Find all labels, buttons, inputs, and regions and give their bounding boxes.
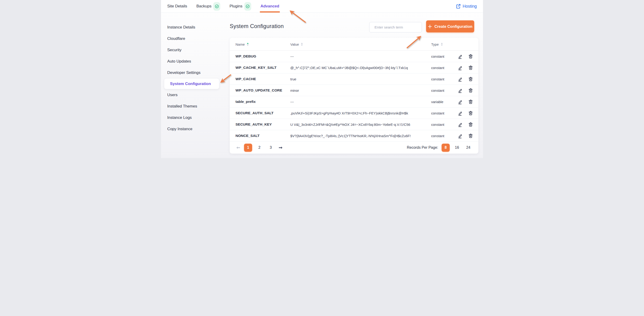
- page-button[interactable]: 2: [256, 144, 264, 152]
- column-label: Value: [290, 42, 299, 46]
- sidebar-item[interactable]: Developer Settings: [161, 67, 230, 78]
- config-value: ,puVl#J/+Si)3F.tKpS>gPp%ay#D XrT9I=0X2=c…: [290, 111, 408, 115]
- config-name: WP_CACHE: [236, 77, 256, 81]
- site-admin-page: Site Details Backups Plugins: [161, 0, 483, 158]
- prev-page-button[interactable]: [236, 146, 241, 149]
- config-value: minor: [290, 88, 299, 92]
- config-name: NONCE_SALT: [236, 134, 260, 138]
- arrow-right-icon: [278, 146, 283, 149]
- search-box: [369, 22, 422, 33]
- tab-site-details[interactable]: Site Details: [167, 0, 187, 13]
- edit-pencil-icon: [458, 88, 463, 93]
- config-type: constant: [431, 88, 444, 92]
- records-per-page-option[interactable]: 24: [464, 144, 472, 152]
- create-configuration-button[interactable]: Create Configuration: [426, 20, 474, 33]
- sidebar-item[interactable]: Users: [161, 89, 230, 101]
- tab-label: Backups: [196, 4, 212, 9]
- config-value: $V?{8A43V|gE%!oc?_-Tp8I4s,:[Vc1]YTTNr%oK…: [290, 134, 410, 138]
- search-input[interactable]: [374, 25, 421, 30]
- plus-icon: [428, 25, 432, 29]
- pagination-bar: 1 2 3 Records Per Page: 8 16: [230, 141, 478, 153]
- sidebar-item[interactable]: Instance Logs: [161, 112, 230, 123]
- sidebar-item[interactable]: System Configuration: [164, 78, 219, 89]
- config-value: ---: [290, 100, 294, 104]
- config-type: constant: [431, 66, 444, 70]
- sidebar-item[interactable]: Security: [161, 44, 230, 56]
- config-value: true: [290, 77, 296, 81]
- sidebar-item[interactable]: Installed Themes: [161, 101, 230, 112]
- delete-button[interactable]: [468, 99, 473, 104]
- delete-button[interactable]: [468, 54, 473, 59]
- edit-button[interactable]: [457, 65, 463, 70]
- trash-icon: [468, 88, 473, 93]
- edit-pencil-icon: [458, 133, 463, 138]
- edit-button[interactable]: [457, 99, 463, 104]
- config-type: constant: [431, 134, 444, 138]
- config-name: WP_CACHE_KEY_SALT: [236, 66, 276, 70]
- table-row: WP_DEBUG --- constant: [230, 51, 478, 62]
- table-row: SECURE_AUTH_KEY U V&|_3x3nkl<ZJrlFM=&Q/v…: [230, 119, 478, 130]
- table-row: table_prefix --- variable: [230, 96, 478, 107]
- trash-icon: [468, 110, 473, 116]
- delete-button[interactable]: [468, 122, 473, 127]
- sidebar-item[interactable]: Cloudflare: [161, 33, 230, 44]
- table-row: WP_CACHE true constant: [230, 73, 478, 85]
- edit-button[interactable]: [457, 133, 463, 138]
- table-row: SECURE_AUTH_SALT ,puVl#J/+Si)3F.tKpS>gPp…: [230, 107, 478, 119]
- next-page-button[interactable]: [278, 146, 283, 149]
- delete-button[interactable]: [468, 65, 473, 70]
- hosting-link[interactable]: Hosting: [456, 4, 477, 9]
- plugins-status-badge: [244, 2, 251, 11]
- delete-button[interactable]: [468, 88, 473, 93]
- edit-button[interactable]: [457, 110, 463, 116]
- config-name: table_prefix: [236, 100, 256, 104]
- tab-backups[interactable]: Backups: [196, 0, 220, 13]
- config-table-card: Name Value Type WP_DEBUG --- constant: [230, 38, 478, 153]
- edit-pencil-icon: [458, 76, 463, 82]
- tab-plugins[interactable]: Plugins: [230, 0, 251, 13]
- page-button[interactable]: 3: [267, 144, 275, 152]
- edit-button[interactable]: [457, 76, 463, 82]
- column-header-type[interactable]: Type: [431, 42, 443, 46]
- tab-advanced[interactable]: Advanced: [260, 0, 279, 13]
- config-value: ---: [290, 54, 294, 58]
- config-type: constant: [431, 111, 444, 115]
- settings-sidebar: Instance Details Cloudflare Security Aut…: [161, 22, 230, 135]
- trash-icon: [468, 99, 473, 104]
- edit-button[interactable]: [457, 88, 463, 93]
- tab-label: Site Details: [167, 4, 187, 9]
- page-buttons: 1 2 3: [244, 144, 275, 152]
- trash-icon: [468, 54, 473, 59]
- table-header-row: Name Value Type: [230, 38, 478, 51]
- trash-icon: [468, 122, 473, 127]
- trash-icon: [468, 65, 473, 70]
- records-per-page-option[interactable]: 16: [453, 144, 461, 152]
- delete-button[interactable]: [468, 110, 473, 116]
- page-button[interactable]: 1: [244, 144, 252, 152]
- check-circle-icon: [246, 5, 250, 8]
- tab-label: Plugins: [230, 4, 242, 9]
- top-tabs: Site Details Backups Plugins: [167, 0, 279, 13]
- records-per-page-option[interactable]: 8: [442, 144, 450, 152]
- config-name: SECURE_AUTH_KEY: [236, 122, 272, 126]
- edit-button[interactable]: [457, 122, 463, 127]
- sidebar-item[interactable]: Instance Details: [161, 22, 230, 33]
- config-value: U V&|_3x3nkl<ZJrlFM=&Q/v#Ep*%OX`J4=~XCx8…: [290, 122, 410, 126]
- delete-button[interactable]: [468, 133, 473, 138]
- config-type: constant: [431, 122, 444, 126]
- sidebar-item[interactable]: Copy Instance: [161, 123, 230, 135]
- active-tab-indicator: [260, 11, 280, 13]
- column-header-name[interactable]: Name: [236, 42, 249, 46]
- check-circle-icon: [215, 5, 219, 8]
- edit-pencil-icon: [458, 65, 463, 70]
- trash-icon: [468, 133, 473, 138]
- edit-button[interactable]: [457, 54, 463, 59]
- records-per-page-label: Records Per Page:: [407, 145, 438, 150]
- hosting-label: Hosting: [463, 4, 477, 9]
- table-row: WP_CACHE_KEY_SALT @_h^.C]7Z^,OE,xC MC`Ub…: [230, 62, 478, 73]
- column-header-value[interactable]: Value: [290, 42, 303, 46]
- sidebar-item[interactable]: Auto Updates: [161, 56, 230, 67]
- delete-button[interactable]: [468, 76, 473, 82]
- arrow-left-icon: [236, 146, 240, 149]
- config-value: @_h^.C]7Z^,OE,xC MC`UbaLuM+*JB@$Q<.Ol|sA…: [290, 66, 408, 70]
